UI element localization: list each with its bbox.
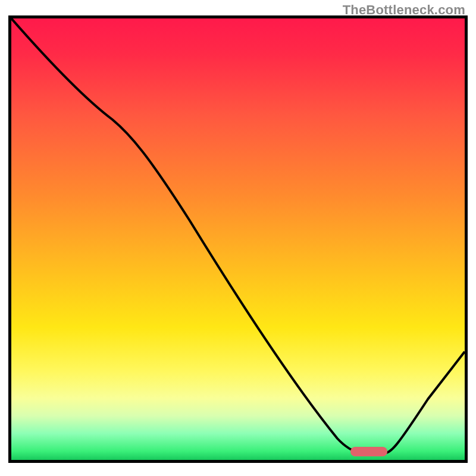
plot-area xyxy=(8,15,468,463)
bottleneck-curve xyxy=(11,18,465,460)
curve-path xyxy=(11,18,465,455)
optimum-marker xyxy=(350,447,387,456)
